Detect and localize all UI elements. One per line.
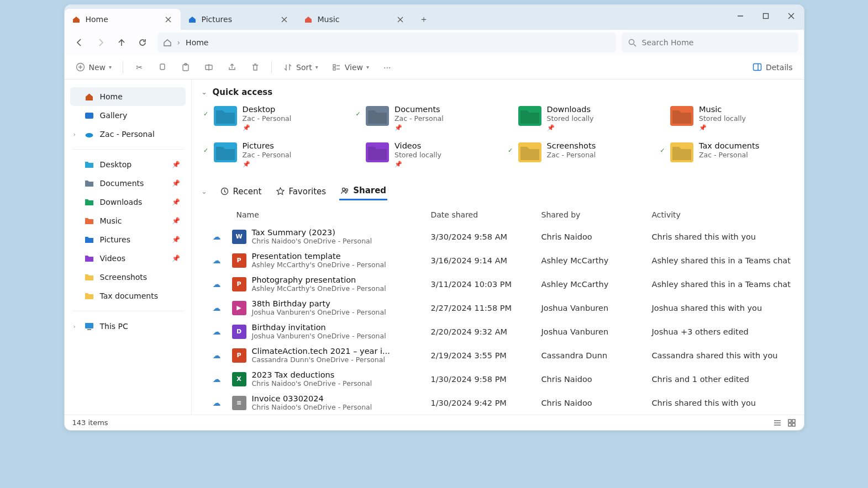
- details-view-toggle[interactable]: [773, 418, 782, 427]
- sidebar-item-music[interactable]: Music📌: [70, 211, 186, 230]
- sidebar-item-pictures[interactable]: Pictures📌: [70, 230, 186, 249]
- minimize-button[interactable]: [728, 5, 753, 27]
- quick-access-documents[interactable]: ✓ DocumentsZac - Personal📌: [354, 105, 490, 131]
- recent-label: Recent: [233, 187, 262, 197]
- folder-location: Stored locally: [699, 114, 746, 123]
- sidebar-label: Music: [100, 216, 122, 225]
- file-name: Birthday invitation: [252, 323, 386, 332]
- share-icon: [227, 62, 237, 72]
- file-row[interactable]: ☁ P ClimateAction.tech 2021 – year i...C…: [202, 343, 804, 367]
- search-box[interactable]: [622, 33, 798, 52]
- quick-access-desktop[interactable]: ✓ DesktopZac - Personal📌: [202, 105, 338, 131]
- body: HomeGallery›Zac - PersonalDesktop📌Docume…: [65, 79, 804, 415]
- sidebar-item-gallery[interactable]: Gallery: [70, 106, 186, 125]
- tab-pictures[interactable]: Pictures: [181, 9, 297, 30]
- quick-access-downloads[interactable]: DownloadsStored locally📌: [506, 105, 642, 131]
- pin-icon: 📌: [172, 236, 180, 243]
- delete-button[interactable]: [246, 59, 265, 76]
- folder-title: Documents: [394, 105, 444, 114]
- new-tab-button[interactable]: ＋: [413, 9, 435, 30]
- col-name[interactable]: Name: [232, 210, 431, 219]
- file-row[interactable]: ☁ P Photography presentationAshley McCar…: [202, 272, 804, 296]
- refresh-button[interactable]: [133, 33, 152, 52]
- folder-title: Music: [699, 105, 746, 114]
- sidebar-item-this-pc[interactable]: ›This PC: [70, 317, 186, 336]
- share-button[interactable]: [223, 59, 241, 76]
- details-button[interactable]: Details: [748, 59, 797, 76]
- file-row[interactable]: ☁ ≡ Invoice 03302024Chris Naidoo's OneDr…: [202, 391, 804, 415]
- maximize-button[interactable]: [753, 5, 778, 27]
- back-button[interactable]: [70, 33, 89, 52]
- pin-icon: 📌: [243, 161, 292, 168]
- details-label: Details: [766, 63, 793, 72]
- sidebar-item-videos[interactable]: Videos📌: [70, 249, 186, 268]
- file-activity: Joshua shared this with you: [652, 304, 804, 312]
- tab-label: Music: [318, 15, 390, 24]
- chevron-right-icon[interactable]: ›: [73, 323, 76, 330]
- pin-icon: 📌: [394, 161, 441, 168]
- quick-access-music[interactable]: MusicStored locally📌: [658, 105, 794, 131]
- tab-home[interactable]: Home: [65, 9, 181, 30]
- tab-shared[interactable]: Shared: [339, 182, 387, 200]
- sidebar-icon: [85, 110, 94, 120]
- cut-button[interactable]: ✂: [130, 59, 149, 76]
- collapse-quick-access[interactable]: ⌄: [202, 88, 207, 96]
- sidebar-item-screenshots[interactable]: Screenshots: [70, 268, 186, 287]
- tab-close-icon[interactable]: [394, 13, 407, 26]
- chevron-right-icon[interactable]: ›: [73, 131, 76, 138]
- file-row[interactable]: ☁ X 2023 Tax deductionsChris Naidoo's On…: [202, 367, 804, 391]
- col-activity[interactable]: Activity: [652, 210, 804, 219]
- quick-access-tax-documents[interactable]: ✓ Tax documentsZac - Personal: [658, 141, 794, 168]
- breadcrumb[interactable]: › Home: [157, 33, 616, 52]
- file-row[interactable]: ☁ ▶ 38th Birthday partyJoshua Vanburen's…: [202, 296, 804, 320]
- sync-icon: ✓: [354, 109, 362, 118]
- folder-location: Zac - Personal: [243, 114, 292, 123]
- folder-icon: [214, 106, 237, 126]
- sidebar-item-downloads[interactable]: Downloads📌: [70, 193, 186, 211]
- tab-favorites[interactable]: Favorites: [275, 183, 327, 200]
- up-button[interactable]: [112, 33, 131, 52]
- file-row[interactable]: ☁ D Birthday invitationJoshua Vanburen's…: [202, 320, 804, 343]
- search-input[interactable]: [642, 38, 792, 47]
- sidebar-item-documents[interactable]: Documents📌: [70, 174, 186, 193]
- tab-close-icon[interactable]: [278, 13, 291, 26]
- col-by[interactable]: Shared by: [541, 210, 652, 219]
- sidebar-item-tax-documents[interactable]: Tax documents: [70, 287, 186, 305]
- copy-button[interactable]: [153, 59, 172, 76]
- view-button[interactable]: View ▾: [327, 59, 373, 76]
- sort-button[interactable]: Sort ▾: [278, 59, 323, 76]
- col-date[interactable]: Date shared: [431, 210, 541, 219]
- folder-icon: [85, 291, 94, 301]
- cut-icon: ✂: [134, 62, 144, 72]
- rename-button[interactable]: [199, 59, 218, 76]
- forward-button[interactable]: [91, 33, 110, 52]
- tab-music[interactable]: Music: [297, 9, 413, 30]
- quick-access-videos[interactable]: VideosStored locally📌: [354, 141, 490, 168]
- file-date: 1/30/2024 9:58 PM: [431, 375, 541, 384]
- tab-close-icon[interactable]: [162, 13, 175, 26]
- file-row[interactable]: ☁ W Tax Summary (2023)Chris Naidoo's One…: [202, 225, 804, 248]
- folder-title: Screenshots: [547, 141, 596, 150]
- sync-icon: ✓: [658, 146, 667, 155]
- folder-title: Downloads: [547, 105, 594, 114]
- sidebar-item-desktop[interactable]: Desktop📌: [70, 155, 186, 174]
- svg-point-32: [345, 189, 348, 191]
- sidebar-item-home[interactable]: Home: [70, 87, 186, 106]
- more-button[interactable]: ⋯: [378, 59, 397, 76]
- sidebar-label: Gallery: [100, 111, 128, 120]
- thumbnail-view-toggle[interactable]: [787, 418, 796, 427]
- file-location: Joshua Vanburen's OneDrive - Personal: [252, 332, 386, 340]
- quick-access-pictures[interactable]: ✓ PicturesZac - Personal📌: [202, 141, 338, 168]
- cloud-icon: ☁: [202, 374, 232, 384]
- file-row[interactable]: ☁ P Presentation templateAshley McCarthy…: [202, 248, 804, 272]
- sidebar-item-zac[interactable]: ›Zac - Personal: [70, 125, 186, 144]
- folder-location: Zac - Personal: [394, 114, 444, 123]
- folder-title: Tax documents: [699, 141, 759, 150]
- collapse-filters[interactable]: ⌄: [202, 188, 207, 195]
- new-button[interactable]: New ▾: [71, 59, 117, 76]
- paste-button[interactable]: [176, 59, 195, 76]
- quick-access-screenshots[interactable]: ✓ ScreenshotsZac - Personal: [506, 141, 642, 168]
- tab-recent[interactable]: Recent: [219, 183, 263, 200]
- close-button[interactable]: [778, 5, 804, 27]
- paste-icon: [181, 62, 191, 72]
